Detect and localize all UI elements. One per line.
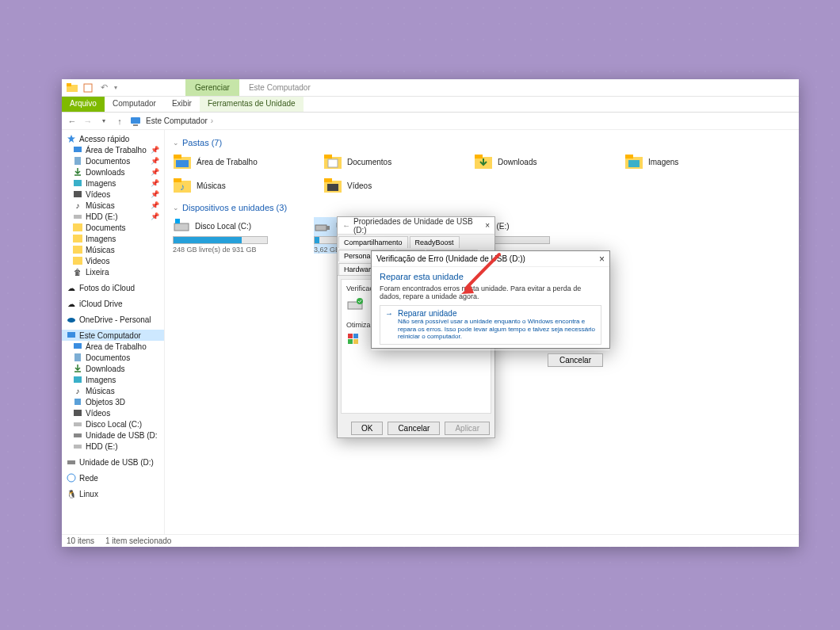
sidebar-item-documents[interactable]: Documentos📌 [62,155,164,166]
sidebar-pc-usb-d[interactable]: Unidade de USB (D: [62,430,164,441]
recent-dropdown-icon[interactable]: ▾ [98,116,109,127]
sidebar-pc-images[interactable]: Imagens [62,374,164,385]
breadcrumb-root[interactable]: Este Computador [146,116,208,125]
folder-images[interactable]: Imagens [624,152,743,171]
sidebar-icloud-drive[interactable]: ☁iCloud Drive [62,298,164,309]
drive-c[interactable]: Disco Local (C:) 248 GB livre(s) de 931 … [173,217,300,254]
sidebar-item-videos[interactable]: Vídeos📌 [62,189,164,200]
devices-section-header[interactable]: ⌄ Dispositivos e unidades (3) [173,203,791,212]
repair-action[interactable]: → Reparar unidade Não será possível usar… [380,305,601,345]
breadcrumb[interactable]: Este Computador › [146,116,213,125]
chevron-right-icon[interactable]: › [211,116,213,125]
back-button[interactable]: ← [67,116,78,127]
sidebar-pc-desktop[interactable]: Área de Trabalho [62,341,164,352]
close-icon[interactable]: × [485,221,490,230]
pin-icon: 📌 [151,146,159,154]
svg-rect-42 [324,178,332,182]
this-pc-icon [130,116,141,127]
quick-access-toolbar: ↶ ▾ [62,79,122,96]
folder-documents[interactable]: Documentos [323,152,442,171]
sidebar-item-downloads[interactable]: Downloads📌 [62,166,164,178]
sidebar-item-hdd-e[interactable]: HDD (E:)📌 [62,211,164,222]
svg-rect-25 [67,460,75,464]
sidebar-pc-hdd-e[interactable]: HDD (E:) [62,441,164,452]
tab-readyboost[interactable]: ReadyBoost [410,236,460,248]
sidebar-quick-access[interactable]: Acesso rápido [62,133,164,144]
folder-icon [73,234,82,243]
sidebar-network[interactable]: Rede [62,472,164,483]
sidebar-pc-music[interactable]: ♪Músicas [62,385,164,396]
up-button[interactable]: ↑ [114,116,125,127]
sidebar-item-images2[interactable]: Imagens [62,233,164,244]
svg-text:♪: ♪ [180,181,185,193]
sidebar-item-music[interactable]: ♪Músicas📌 [62,200,164,211]
sidebar-pc-documents[interactable]: Documentos [62,352,164,363]
picture-icon [73,375,82,384]
tab-drive-tools[interactable]: Ferramentas de Unidade [200,97,304,112]
error-check-titlebar[interactable]: Verificação de Erro (Unidade de USB (D:)… [372,251,609,267]
folder-icon [73,245,82,254]
folder-desktop[interactable]: Área de Trabalho [173,152,292,171]
properties-dialog-titlebar[interactable]: ← Propriedades de Unidade de USB (D:) × [338,217,494,235]
svg-rect-24 [74,445,82,449]
sidebar-pc-c[interactable]: Disco Local (C:) [62,418,164,430]
svg-rect-7 [74,157,81,165]
pin-icon: 📌 [151,168,159,176]
folder-icon [624,152,643,171]
tab-view[interactable]: Exibir [164,97,200,112]
qat-dropdown-icon[interactable]: ▾ [114,84,117,91]
ribbon-tabs: Arquivo Computador Exibir Ferramentas de… [62,97,799,113]
svg-rect-2 [84,84,92,92]
ok-button[interactable]: OK [351,422,383,435]
sidebar-linux[interactable]: 🐧Linux [62,488,164,499]
pin-icon: 📌 [151,179,159,187]
svg-rect-32 [328,159,338,167]
sidebar-pc-videos[interactable]: Vídeos [62,407,164,418]
sidebar-item-desktop[interactable]: Área de Trabalho📌 [62,144,164,155]
properties-icon[interactable] [82,82,94,94]
monitor-icon [67,330,76,340]
sidebar-this-pc[interactable]: Este Computador [62,330,164,341]
sidebar-item-documents2[interactable]: Documents [62,222,164,233]
tab-file[interactable]: Arquivo [62,97,105,112]
sidebar-item-music2[interactable]: Músicas [62,244,164,255]
cancel-button[interactable]: Cancelar [548,353,603,367]
sidebar-item-images[interactable]: Imagens📌 [62,178,164,189]
undo-icon[interactable]: ↶ [98,82,109,94]
svg-rect-8 [74,180,82,186]
sidebar-onedrive[interactable]: OneDrive - Personal [62,314,164,325]
cancel-button[interactable]: Cancelar [388,422,440,435]
folder-icon [474,152,493,171]
error-check-title: Verificação de Erro (Unidade de USB (D:)… [376,254,525,263]
manage-contextual-tab[interactable]: Gerenciar [185,79,239,96]
folder-icon: ♪ [173,176,192,195]
cube-icon [73,397,82,407]
sidebar-item-trash[interactable]: 🗑Lixeira [62,266,164,277]
apply-button[interactable]: Aplicar [445,422,490,435]
sidebar-icloud-photos[interactable]: ☁Fotos do iCloud [62,282,164,293]
penguin-icon: 🐧 [67,489,76,498]
sidebar-pc-downloads[interactable]: Downloads [62,363,164,374]
svg-rect-10 [74,215,82,219]
tab-compartilhamento[interactable]: Compartilhamento [338,236,408,248]
folders-section-header[interactable]: ⌄ Pastas (7) [173,138,791,147]
document-icon [73,353,82,362]
tab-computer[interactable]: Computador [105,97,164,112]
download-icon [73,364,82,373]
drive-icon [73,212,82,221]
folder-music[interactable]: ♪Músicas [173,176,292,195]
svg-rect-20 [74,399,81,405]
document-icon [73,156,82,166]
back-arrow-icon[interactable]: ← [342,221,350,230]
folder-downloads[interactable]: Downloads [474,152,593,171]
close-icon[interactable]: × [599,254,605,265]
sidebar-pc-3d[interactable]: Objetos 3D [62,396,164,407]
forward-button[interactable]: → [82,116,94,127]
explorer-icon [67,82,78,94]
sidebar-item-videos2[interactable]: Videos [62,255,164,266]
svg-rect-31 [324,155,332,158]
sidebar-usb-d2[interactable]: Unidade de USB (D:) [62,456,164,468]
folder-videos[interactable]: Vídeos [323,176,442,195]
chevron-down-icon: ⌄ [173,204,179,212]
svg-rect-54 [353,339,358,344]
